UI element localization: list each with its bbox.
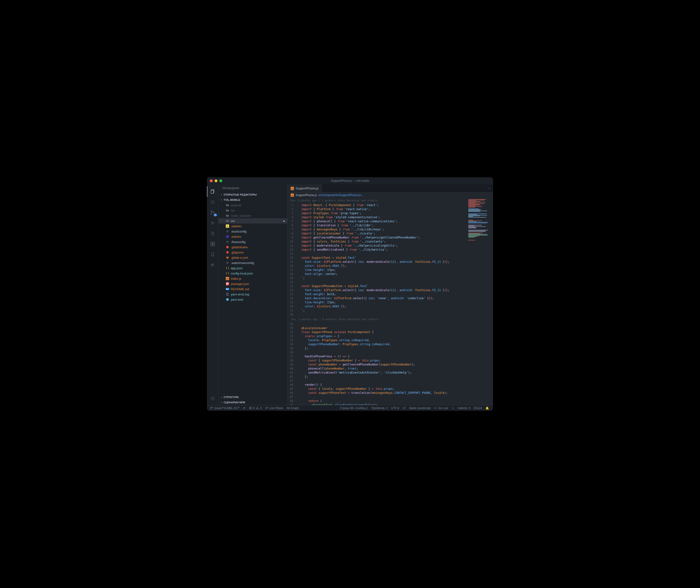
code-line[interactable]: 38 const { supportPhoneNumber } = this.p… <box>287 359 465 363</box>
status-feedback[interactable]: ☺ <box>450 405 456 411</box>
activity-explorer[interactable] <box>207 186 218 197</box>
code-line[interactable]: 19 `; <box>287 276 465 280</box>
code-line[interactable]: 21 const SupportPhoneButton = styled.Tex… <box>287 284 465 288</box>
activity-debug[interactable] <box>207 218 218 228</box>
file--buckconfig[interactable]: .buckconfig <box>218 229 287 234</box>
code-line[interactable]: 47 <box>287 395 465 399</box>
status-sync[interactable]: ⟳ <box>241 405 247 411</box>
code-line[interactable]: 43 <box>287 379 465 383</box>
status-eslint[interactable]: ESLint <box>472 405 484 411</box>
code-line[interactable]: 44 render() { <box>287 383 465 387</box>
code-line[interactable]: 11 import { moderateScale } from '../hel… <box>287 244 465 248</box>
activity-search[interactable] <box>207 197 218 207</box>
code-line[interactable]: 49 <SupportText allowFontScaling={false}… <box>287 403 465 405</box>
code-line[interactable]: 45 const { locale, supportPhoneNumber } … <box>287 387 465 391</box>
code-line[interactable]: 26 color: ${colors.GRAY_7}; <box>287 304 465 309</box>
file--babelrc[interactable]: B.babelrc <box>218 223 287 229</box>
more-icon[interactable]: ⋯ <box>488 187 491 190</box>
status-bell[interactable]: 🔔 <box>484 405 491 411</box>
code-line[interactable]: 32 static propTypes = { <box>287 334 465 338</box>
status-indents[interactable]: Indents: 0 <box>456 405 472 411</box>
file-config-local-json[interactable]: config-local.json <box>218 271 287 276</box>
section-outline[interactable]: › СТРУКТУРА <box>218 395 287 400</box>
breadcrumb[interactable]: JS SupportPhone.js src/components/Suppor… <box>287 193 493 198</box>
file-yarn-lock[interactable]: yarn.lock <box>218 297 287 302</box>
code-line[interactable]: 24 text-decoration: ${Platform.select({ … <box>287 296 465 300</box>
code-line[interactable]: 5 import { phonecall } from 'react-nativ… <box>287 219 465 223</box>
file-app-json[interactable]: app.json <box>218 265 287 271</box>
code-line[interactable]: 23 font-weight: bold; <box>287 292 465 296</box>
code-line[interactable]: 6 import { translation } from '../lib/i1… <box>287 223 465 228</box>
status-git-graph[interactable]: Git Graph <box>285 405 300 411</box>
code-line[interactable]: 20 <box>287 280 465 284</box>
file-ios[interactable]: ios <box>218 208 287 213</box>
editor[interactable]: You, 3 months ago | 3 authors (Alex Bare… <box>287 198 493 405</box>
file-android[interactable]: android <box>218 203 287 208</box>
activity-scm[interactable]: 7 <box>207 207 218 218</box>
code-line[interactable]: 27 `; <box>287 309 465 313</box>
code-line[interactable]: 40 phonecall(phoneNumber, true); <box>287 367 465 371</box>
code-line[interactable]: 13 <box>287 252 465 256</box>
titlebar[interactable]: SupportPhone.js — tvil.mobile <box>207 177 493 184</box>
status-go-live[interactable]: Go Live <box>432 405 450 411</box>
code-line[interactable]: 18 text-align: center; <box>287 272 465 276</box>
status-cursor[interactable]: Строка 59, столбец 1 <box>338 405 370 411</box>
file--gitlab-ci-yml[interactable]: .gitlab-ci.yml <box>218 255 287 260</box>
activity-gitlens[interactable] <box>207 260 218 270</box>
file-index-js[interactable]: JSindex.js <box>218 276 287 281</box>
section-npm[interactable]: › СЦЕНАРИИ NPM <box>218 400 287 405</box>
code-line[interactable]: 17 line-height: 17px; <box>287 268 465 272</box>
status-encoding[interactable]: UTF-8 <box>389 405 401 411</box>
code-line[interactable]: 31 class SupportPhone extends PureCompon… <box>287 330 465 334</box>
file--watchmanconfig[interactable]: .watchmanconfig <box>218 260 287 265</box>
file-src[interactable]: src● <box>218 218 287 223</box>
codelens[interactable]: You, 3 months ago | 3 authors (Alex Bare… <box>287 198 465 203</box>
status-problems[interactable]: 0 0 <box>247 405 263 411</box>
status-lang[interactable]: Babel JavaScript <box>408 405 432 411</box>
activity-settings[interactable] <box>207 393 218 404</box>
code-line[interactable]: 1 import React, { PureComponent } from '… <box>287 203 465 207</box>
code-line[interactable]: 30 @LocaleConsumer <box>287 326 465 330</box>
code-line[interactable]: 8 import { LocaleConsumer } from '../Loc… <box>287 232 465 236</box>
code-line[interactable]: 34 supportPhoneNumber: PropTypes.string.… <box>287 342 465 346</box>
code-line[interactable]: 14 const SupportText = styled.Text` <box>287 256 465 260</box>
code-line[interactable]: 10 import { colors, fontSizes } from '..… <box>287 240 465 244</box>
code-line[interactable]: 36 <box>287 350 465 355</box>
file-README-md[interactable]: M↓README.md <box>218 286 287 292</box>
code-line[interactable]: 48 return ( <box>287 399 465 403</box>
status-spaces[interactable]: Пробелов: 2 <box>370 405 390 411</box>
code-line[interactable]: 42 }; <box>287 375 465 379</box>
minimap[interactable] <box>467 198 493 405</box>
code-line[interactable]: 29 <box>287 322 465 326</box>
code-line[interactable]: 16 color: ${colors.GRAY_7}; <box>287 264 465 268</box>
file--gitattributes[interactable]: .gitattributes <box>218 244 287 250</box>
activity-test[interactable] <box>207 228 218 239</box>
code-line[interactable]: 15 font-size: ${Platform.select({ ios: m… <box>287 260 465 264</box>
code-line[interactable]: 4 import styled from 'styled-components/… <box>287 215 465 219</box>
file--flowconfig[interactable]: .flowconfig <box>218 239 287 244</box>
file-node_modules[interactable]: node_modules <box>218 213 287 218</box>
status-live-share[interactable]: Live Share <box>263 405 285 411</box>
file--eslintrc[interactable]: .eslintrc <box>218 234 287 239</box>
code-body[interactable]: You, 3 months ago | 3 authors (Alex Bare… <box>287 198 493 405</box>
code-line[interactable]: 9 import getClearedPhoneNumber from '../… <box>287 236 465 240</box>
code-line[interactable]: 28 <box>287 313 465 317</box>
code-line[interactable]: 12 import { sendMetricaEvent } from '../… <box>287 248 465 252</box>
code-line[interactable]: 46 const supportPhoneText = translation(… <box>287 391 465 395</box>
section-project[interactable]: › TVIL.MOBILE <box>218 197 287 203</box>
code-line[interactable]: 41 sendMetricaEvent('metricaEventsAuthCe… <box>287 371 465 375</box>
code-line[interactable]: 37 handlePhonePress = () => { <box>287 355 465 359</box>
section-open-editors[interactable]: › ОТКРЫТЫЕ РЕДАКТОРЫ <box>218 192 287 197</box>
codelens[interactable]: You, 3 months ago | 3 authors (Alex Bare… <box>287 317 465 322</box>
code-line[interactable]: 2 import { Platform } from 'react-native… <box>287 207 465 211</box>
code-line[interactable]: 7 import { messagesKeys } from '../lib/i… <box>287 228 465 232</box>
code-line[interactable]: 25 line-height: 17px; <box>287 300 465 304</box>
activity-extensions[interactable] <box>207 239 218 249</box>
tab-supportphone[interactable]: JS SupportPhone.js <box>287 184 321 192</box>
code-line[interactable]: 33 locale: PropTypes.string.isRequired, <box>287 338 465 342</box>
code-line[interactable]: 3 import PropTypes from 'prop-types'; <box>287 211 465 215</box>
file-yarn-error-log[interactable]: yarn-error.log <box>218 292 287 297</box>
status-eol[interactable]: LF <box>401 405 408 411</box>
file--gitignore[interactable]: .gitignore <box>218 250 287 255</box>
code-line[interactable]: 35 }; <box>287 346 465 350</box>
